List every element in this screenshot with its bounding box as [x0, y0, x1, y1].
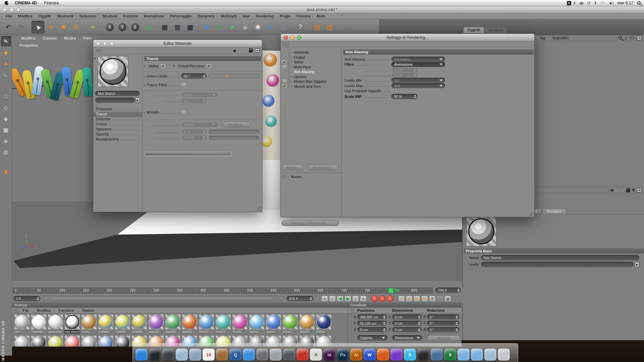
viewport-menu-filtro[interactable]: Filtro — [79, 36, 96, 40]
menu-struttura[interactable]: Struttura — [99, 14, 120, 18]
dock-indesign-icon[interactable]: Id — [323, 349, 335, 361]
move-tool[interactable]: + — [44, 21, 57, 34]
dock-app-gray-icon[interactable] — [283, 349, 295, 361]
menu-aiuto[interactable]: Aiuto — [314, 14, 328, 18]
material-thumb-nuovo[interactable] — [299, 314, 315, 330]
channel-principale[interactable]: Principale — [93, 107, 142, 112]
add-generator-button[interactable]: ● — [226, 21, 239, 34]
end-frame-field[interactable]: 875 F — [286, 296, 313, 301]
dock-acrobat-icon[interactable] — [297, 349, 309, 361]
attr-add-icon[interactable]: + — [637, 188, 641, 192]
dock-skype-icon[interactable]: S — [404, 349, 416, 361]
checkbox[interactable] — [181, 82, 186, 87]
dock-dvd-player-icon[interactable] — [256, 349, 268, 361]
menu-hair[interactable]: Hair — [240, 14, 253, 18]
section-salva[interactable]: ✓Salva — [282, 60, 340, 64]
nav-up-icon[interactable]: △ — [244, 48, 247, 53]
value-field[interactable]: 60 ° — [181, 73, 207, 79]
material-layer-field[interactable] — [481, 262, 634, 267]
spotlight-icon[interactable] — [637, 1, 641, 5]
coord-field-posizione-x[interactable]: 368.835 cm — [357, 314, 387, 319]
tab-oggetti[interactable]: Oggetti — [463, 27, 484, 33]
drag-handle-icon[interactable] — [349, 309, 355, 312]
workplane-tool[interactable]: ∟ — [1, 69, 11, 79]
dock-photoshop-icon[interactable]: Ps — [337, 349, 349, 361]
material-thumb-cesto[interactable] — [81, 314, 97, 330]
material-thumb-mollette[interactable] — [98, 314, 114, 330]
lock-y-button[interactable]: Y — [116, 21, 129, 34]
apply-button[interactable]: Applica — [427, 335, 461, 341]
material-thumb-mollette[interactable] — [115, 314, 130, 330]
render-settings-button[interactable]: Settaggi di Rendering... — [281, 220, 339, 226]
render-settings-titlebar[interactable]: Settaggi di Rendering... — [281, 34, 534, 41]
channel-assegnazione[interactable]: Assegnazione — [93, 137, 142, 142]
section-checkbox[interactable] — [282, 64, 287, 69]
checkbox[interactable] — [181, 110, 186, 115]
material-thumb-nuovo[interactable] — [232, 314, 248, 330]
dock-folder-1-icon[interactable] — [458, 349, 470, 361]
material-thumb[interactable] — [31, 335, 47, 347]
value-field[interactable]: 50 % — [391, 94, 418, 99]
menu-mograph[interactable]: MoGraph — [218, 14, 240, 18]
live-selection-tool[interactable]: ▲ — [32, 21, 44, 34]
dock-illustrator-icon[interactable]: Ai — [350, 349, 362, 361]
dropdown-field[interactable]: 1x1 — [391, 78, 445, 83]
menubar-clock[interactable]: mer 9.17 — [618, 1, 633, 5]
material-thumb-nuovo[interactable] — [282, 314, 298, 330]
current-frame-marker[interactable] — [388, 288, 393, 293]
dock-folder-2-icon[interactable] — [471, 349, 483, 361]
om-home-icon[interactable]: ⌂ — [625, 36, 627, 41]
object-axis-tool[interactable]: + — [1, 80, 11, 90]
lock-z-button[interactable]: Z — [129, 21, 142, 34]
menu-strumenti[interactable]: Strumenti — [54, 14, 76, 18]
uv-mode-tool[interactable]: ◈ — [1, 136, 11, 146]
add-modeling-button[interactable]: ◆ — [239, 21, 252, 34]
nav-add-icon[interactable]: + — [255, 48, 259, 53]
menu-dynamics[interactable]: Dynamics — [195, 14, 217, 18]
key-position-toggle[interactable]: + — [398, 296, 405, 302]
material-thumb-nuovo[interactable] — [249, 314, 265, 330]
menu-personaggio[interactable]: Personaggio — [167, 14, 195, 18]
section-output[interactable]: Output — [282, 55, 340, 60]
window-titlebar[interactable]: area promo.c4d * — [0, 6, 644, 13]
points-mode-tool[interactable]: ∴ — [1, 92, 11, 102]
dropdown-field[interactable]: Animazione — [391, 62, 445, 67]
dock-app-dark-icon[interactable] — [162, 349, 174, 361]
material-thumb[interactable] — [14, 335, 30, 347]
key-scale-toggle[interactable]: ■ — [406, 296, 413, 302]
layer-browse-button[interactable]: ▸ — [635, 262, 639, 267]
material-thumb[interactable] — [64, 335, 80, 347]
material-thumb-pavimento[interactable] — [48, 314, 63, 330]
menu-oggetti[interactable]: Oggetti — [35, 14, 54, 18]
current-frame-field[interactable]: 796 F — [435, 288, 461, 293]
attr-up-icon[interactable]: △ — [621, 188, 624, 192]
channel-deforma[interactable]: Deforma — [93, 117, 142, 122]
rotate-tool[interactable]: ↻ — [70, 21, 83, 34]
polygons-mode-tool[interactable]: ◆ — [1, 114, 11, 124]
texture-axis-tool[interactable]: ▲ — [1, 58, 11, 68]
material-thumb-mollette[interactable] — [131, 314, 147, 330]
goto-end-button[interactable]: » — [360, 296, 367, 302]
os-menu-finestra[interactable]: Finestra — [44, 1, 59, 5]
spline-strip[interactable] — [145, 152, 231, 157]
attr-back-icon[interactable]: ◀ — [610, 188, 613, 192]
apple-menu-icon[interactable] — [5, 1, 9, 5]
model-mode-tool[interactable]: ◆ — [1, 47, 11, 57]
viewport-menu-modifica[interactable]: Modifica — [17, 36, 39, 40]
tab-struttura[interactable]: Struttura — [484, 27, 507, 33]
undo-icon[interactable]: ↶ — [2, 21, 15, 34]
dock-trash-icon[interactable] — [498, 349, 510, 361]
coordinate-system-button[interactable]: ◈ — [142, 21, 154, 34]
attr-lock-icon[interactable] — [626, 189, 630, 192]
material-thumb-lineare[interactable] — [215, 314, 231, 330]
checkbox[interactable]: ✓ — [161, 63, 166, 68]
render-view-button[interactable]: ▦ — [158, 21, 171, 34]
layer-browse-button[interactable]: ▸ — [136, 98, 140, 103]
dock-distiller-icon[interactable]: A — [310, 349, 322, 361]
coord-field-rotazione-p[interactable]: 0 ° — [427, 321, 459, 326]
render-settings-button[interactable]: ▦ — [184, 21, 197, 34]
add-spline-button[interactable]: ✎ — [213, 21, 226, 34]
value-field[interactable]: 0 % — [181, 129, 207, 134]
make-editable-tool[interactable]: ✎ — [1, 36, 11, 46]
coord-field-dimensione-y[interactable]: 0 cm — [392, 321, 422, 326]
